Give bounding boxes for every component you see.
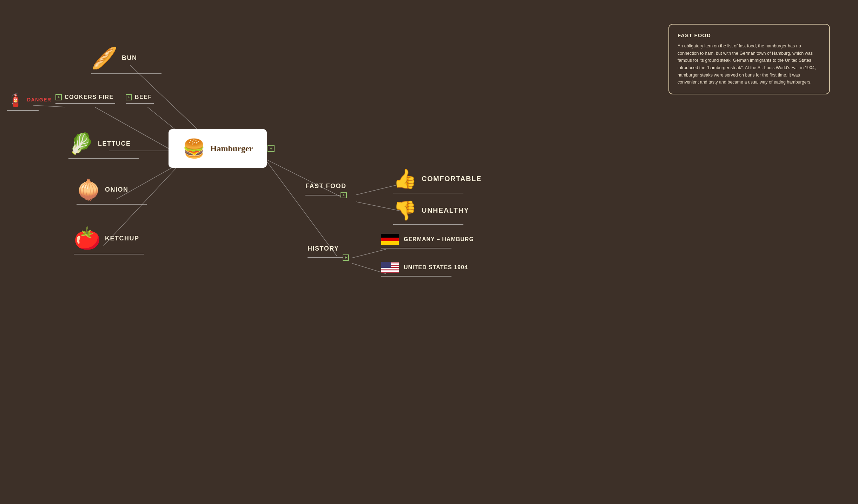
comfortable-emoji: 👍 [393,168,417,190]
svg-line-7 [267,161,337,256]
onion-emoji: 🧅 [77,178,101,201]
history-line [308,257,343,258]
danger-line [7,110,39,111]
beef-line [126,103,154,104]
germany-line [381,248,451,248]
onion-line [77,204,147,205]
fast-food-line [305,195,341,195]
germany-label: GERMANY – HAMBURG [404,236,474,243]
hamburger-label: Hamburger [210,144,253,153]
bun-emoji: 🥖 [91,46,118,71]
germany-node: GERMANY – HAMBURG [381,234,474,248]
cookers-fire-expand-button[interactable]: + [55,94,62,100]
cookers-fire-label: COOKERS FIRE [65,94,114,100]
usa-flag [381,262,399,273]
ketchup-emoji: 🍅 [74,226,101,251]
info-box-text: An obligatory item on the list of fast f… [678,42,821,86]
beef-node: + BEEF [126,94,154,104]
usa-label: UNITED STATES 1904 [404,264,468,271]
unhealthy-node: 👎 UNHEALTHY [393,199,469,225]
usa-node: UNITED STATES 1904 [381,262,468,277]
danger-node: 🧯 DANGER [7,92,52,111]
lettuce-line [68,158,139,159]
beef-label: BEEF [135,94,152,100]
danger-label: DANGER [27,97,52,102]
history-expand-button[interactable]: + [343,254,349,261]
hamburger-emoji: 🍔 [183,138,205,159]
comfortable-label: COMFORTABLE [422,175,482,183]
fast-food-expand-icon: + [342,193,345,198]
usa-line [381,276,451,277]
onion-label: ONION [105,186,128,193]
history-label: HISTORY [308,245,349,252]
lettuce-label: LETTUCE [98,140,131,147]
beef-expand-button[interactable]: + [126,94,132,100]
svg-line-10 [352,249,386,258]
lettuce-node: 🥬 LETTUCE [68,132,139,159]
lettuce-emoji: 🥬 [68,132,94,155]
fast-food-node: FAST FOOD + [305,183,347,198]
ketchup-node: 🍅 KETCHUP [74,226,144,254]
fast-food-expand-button[interactable]: + [341,192,347,198]
cookers-fire-node: + COOKERS FIRE [55,94,115,104]
bun-line [91,73,161,74]
danger-emoji: 🧯 [7,92,24,107]
history-expand-icon: + [344,255,347,260]
hamburger-card[interactable]: 🍔 Hamburger [169,129,267,168]
unhealthy-emoji: 👎 [393,199,417,221]
info-box-title: FAST FOOD [678,32,821,38]
ketchup-label: KETCHUP [105,235,139,242]
fast-food-label: FAST FOOD [305,183,347,190]
history-node: HISTORY + [308,245,349,261]
hamburger-expand-button[interactable]: + [268,145,275,152]
unhealthy-line [393,224,463,225]
bun-label: BUN [122,54,137,62]
germany-flag [381,234,399,245]
unhealthy-label: UNHEALTHY [422,206,469,214]
expand-icon: + [270,146,272,151]
comfortable-node: 👍 COMFORTABLE [393,168,482,193]
bun-node: 🥖 BUN [91,46,161,74]
cookers-fire-expand-icon: + [57,95,60,100]
beef-expand-icon: + [127,95,130,100]
onion-node: 🧅 ONION [77,178,147,205]
ketchup-line [74,254,144,254]
comfortable-line [393,193,463,193]
cookers-fire-line [55,103,115,104]
info-box: FAST FOOD An obligatory item on the list… [668,24,830,94]
